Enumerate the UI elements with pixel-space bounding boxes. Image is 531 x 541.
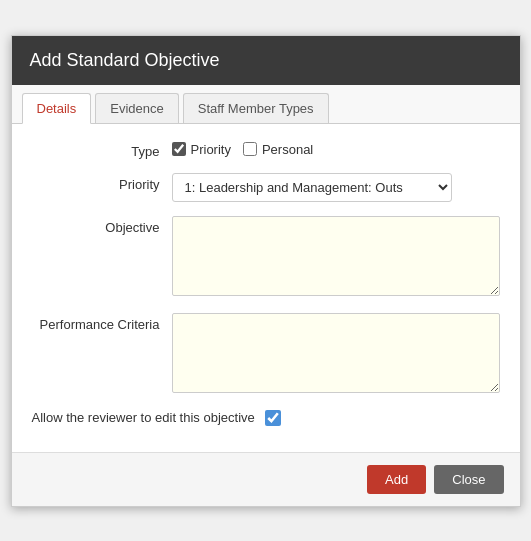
performance-criteria-row: Performance Criteria xyxy=(32,313,500,396)
personal-checkbox[interactable] xyxy=(243,142,257,156)
priority-checkbox-text: Priority xyxy=(191,142,231,157)
personal-checkbox-text: Personal xyxy=(262,142,313,157)
allow-reviewer-checkbox[interactable] xyxy=(265,410,281,426)
objective-control xyxy=(172,216,500,299)
allow-reviewer-row: Allow the reviewer to edit this objectiv… xyxy=(32,410,500,426)
priority-checkbox-label[interactable]: Priority xyxy=(172,142,231,157)
priority-select[interactable]: 1: Leadership and Management: Outs 2: Te… xyxy=(172,173,452,202)
tab-details[interactable]: Details xyxy=(22,93,92,124)
personal-checkbox-label[interactable]: Personal xyxy=(243,142,313,157)
performance-criteria-textarea[interactable] xyxy=(172,313,500,393)
priority-label: Priority xyxy=(32,173,172,192)
type-label: Type xyxy=(32,140,172,159)
tab-evidence[interactable]: Evidence xyxy=(95,93,178,123)
add-button[interactable]: Add xyxy=(367,465,426,494)
priority-control: 1: Leadership and Management: Outs 2: Te… xyxy=(172,173,500,202)
modal-header: Add Standard Objective xyxy=(12,36,520,85)
performance-criteria-label: Performance Criteria xyxy=(32,313,172,332)
type-checkboxes: Priority Personal xyxy=(172,140,500,157)
performance-criteria-control xyxy=(172,313,500,396)
allow-reviewer-label: Allow the reviewer to edit this objectiv… xyxy=(32,410,255,425)
objective-row: Objective xyxy=(32,216,500,299)
modal-title: Add Standard Objective xyxy=(30,50,220,70)
priority-row: Priority 1: Leadership and Management: O… xyxy=(32,173,500,202)
modal: Add Standard Objective Details Evidence … xyxy=(11,35,521,507)
priority-checkbox[interactable] xyxy=(172,142,186,156)
objective-label: Objective xyxy=(32,216,172,235)
tab-staff-member-types[interactable]: Staff Member Types xyxy=(183,93,329,123)
modal-footer: Add Close xyxy=(12,452,520,506)
type-row: Type Priority Personal xyxy=(32,140,500,159)
close-button[interactable]: Close xyxy=(434,465,503,494)
tabs: Details Evidence Staff Member Types xyxy=(12,85,520,124)
modal-body: Type Priority Personal Priority 1: Leade… xyxy=(12,124,520,452)
objective-textarea[interactable] xyxy=(172,216,500,296)
